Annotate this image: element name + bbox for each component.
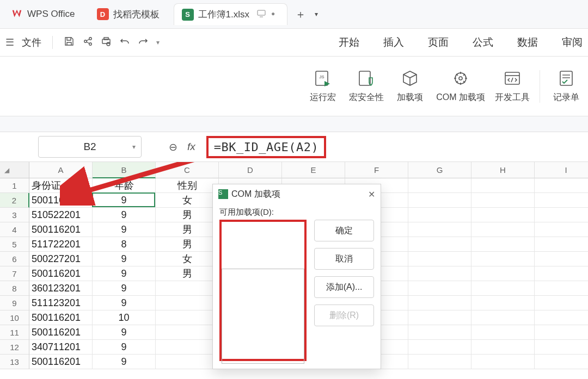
cell[interactable] [535,355,588,369]
cell[interactable]: 500116201 [29,310,93,325]
cell[interactable] [471,325,535,340]
cell[interactable] [535,281,588,296]
cell[interactable]: 500116201 [29,266,93,281]
redo-icon[interactable] [138,36,149,49]
cell[interactable]: 500227201 [29,252,93,266]
cell[interactable] [471,193,535,208]
ribbon-macro-security[interactable]: 宏安全性 [349,69,384,103]
minus-icon[interactable]: ⊖ [169,141,177,153]
ribbon-dev-tools[interactable]: 开发工具 [495,69,530,103]
cell[interactable] [408,355,471,369]
cell[interactable] [535,266,588,281]
cell[interactable] [408,281,471,296]
ribbon-record-sheet[interactable]: 记录单 [550,69,583,103]
fx-icon[interactable]: fx [187,141,195,153]
column-header[interactable]: C [156,162,219,178]
menu-insert[interactable]: 插入 [383,35,404,49]
cell[interactable] [471,281,535,296]
cell[interactable] [535,340,588,355]
cell[interactable]: 340711201 [29,340,93,355]
cell[interactable] [408,325,471,340]
cell[interactable] [471,222,535,237]
cell[interactable]: 女 [156,252,219,266]
menu-data[interactable]: 数据 [517,35,538,49]
column-header[interactable]: G [408,162,471,178]
cell[interactable]: 9 [93,325,156,340]
undo-icon[interactable] [119,36,130,49]
cell[interactable]: 500116201 [29,325,93,340]
cell[interactable] [156,281,219,296]
cell[interactable]: 360123201 [29,281,93,296]
cell[interactable] [535,325,588,340]
cell[interactable]: 9 [93,208,156,222]
cell[interactable] [408,266,471,281]
tab-docer[interactable]: D 找稻壳模板 [89,3,171,25]
cell[interactable] [471,252,535,266]
cell[interactable] [471,310,535,325]
cell[interactable]: 10 [93,310,156,325]
row-header[interactable]: 4 [0,222,29,237]
cell[interactable] [408,208,471,222]
formula-input[interactable]: =BK_ID_AGE(A2) [206,136,326,158]
cell[interactable]: 500116201 [29,355,93,369]
cell[interactable]: 500116201 [29,222,93,237]
row-header[interactable]: 13 [0,355,29,369]
row-header[interactable]: 12 [0,340,29,355]
column-header[interactable]: F [345,162,408,178]
cell[interactable] [535,296,588,310]
cell[interactable] [156,355,219,369]
cell[interactable] [535,222,588,237]
name-box[interactable]: B2 ▾ [38,136,142,158]
cell[interactable]: 500116201 [29,193,93,208]
cell[interactable] [471,266,535,281]
cell[interactable] [408,222,471,237]
cell[interactable]: 9 [93,266,156,281]
addins-list[interactable] [219,220,307,361]
cell[interactable]: 510522201 [29,208,93,222]
cell[interactable] [471,296,535,310]
row-header[interactable]: 2 [0,193,29,208]
cell[interactable] [408,193,471,208]
cell[interactable] [471,178,535,193]
row-header[interactable]: 10 [0,310,29,325]
cell[interactable]: 男 [156,266,219,281]
cell[interactable] [471,208,535,222]
column-header[interactable]: E [282,162,345,178]
ribbon-com-addins[interactable]: COM 加载项 [436,69,485,103]
save-icon[interactable] [64,36,75,49]
cell[interactable]: 9 [93,193,156,208]
cell[interactable]: 9 [93,296,156,310]
cell[interactable] [471,355,535,369]
cell[interactable] [408,178,471,193]
cell[interactable] [156,340,219,355]
cell[interactable] [535,193,588,208]
menu-toggle-icon[interactable]: ☰ [5,36,14,48]
chevron-down-icon[interactable]: ▾ [132,143,136,151]
cell[interactable]: 9 [93,340,156,355]
cell[interactable] [408,252,471,266]
cell[interactable] [471,340,535,355]
column-header[interactable]: I [535,162,588,178]
menu-page[interactable]: 页面 [428,35,449,49]
row-header[interactable]: 11 [0,325,29,340]
cell[interactable] [535,252,588,266]
ribbon-run-macro[interactable]: JS 运行宏 [307,69,339,103]
cell[interactable] [535,178,588,193]
column-header[interactable]: B [93,162,156,178]
cell[interactable]: 男 [156,208,219,222]
share-icon[interactable] [82,36,93,49]
cell[interactable] [408,340,471,355]
row-header[interactable]: 7 [0,266,29,281]
tab-document[interactable]: S 工作簿1.xlsx ● [174,3,288,25]
cell[interactable]: 9 [93,355,156,369]
cell[interactable]: 9 [93,281,156,296]
row-header[interactable]: 8 [0,281,29,296]
print-preview-icon[interactable] [101,36,112,49]
cell[interactable]: 8 [93,237,156,252]
column-header[interactable]: H [471,162,535,178]
ribbon-addins[interactable]: 加载项 [394,69,426,103]
menu-review[interactable]: 审阅 [562,35,583,49]
close-icon[interactable]: ✕ [368,189,375,200]
cell[interactable] [535,237,588,252]
cell[interactable] [156,325,219,340]
